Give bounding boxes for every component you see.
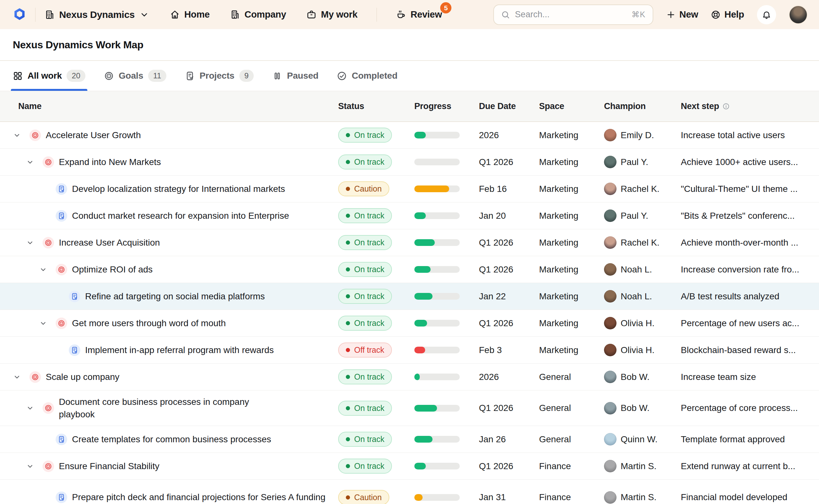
status-badge[interactable]: On track (338, 401, 392, 416)
table-row[interactable]: Conduct market research for expansion in… (0, 202, 819, 229)
next-step: Blockchain-based reward s... (681, 345, 819, 355)
status-badge[interactable]: On track (338, 128, 392, 143)
notifications-button[interactable] (757, 5, 776, 24)
table-row[interactable]: Scale up company On track 2026 General B… (0, 363, 819, 390)
row-name[interactable]: Refine ad targeting on social media plat… (85, 290, 265, 303)
help-button[interactable]: Help (711, 9, 744, 20)
chevron-down-icon[interactable] (39, 319, 47, 327)
table-row[interactable]: Document core business processes in comp… (0, 390, 819, 426)
table-row[interactable]: Create templates for common business pro… (0, 426, 819, 453)
chevron-down-icon[interactable] (13, 373, 21, 381)
champion-name: Bob W. (621, 372, 650, 382)
nav-company[interactable]: Company (230, 9, 286, 20)
search-box[interactable]: ⌘K (493, 4, 653, 25)
chevron-down-icon[interactable] (26, 239, 34, 247)
row-name[interactable]: Create templates for common business pro… (72, 433, 271, 445)
nav-home[interactable]: Home (170, 9, 209, 20)
plus-icon (666, 10, 676, 20)
row-name[interactable]: Increase User Acquisition (59, 236, 160, 249)
column-header-next-step[interactable]: Next step (681, 101, 819, 111)
row-name[interactable]: Accelerate User Growth (46, 129, 141, 141)
row-name[interactable]: Prepare pitch deck and financial project… (72, 491, 325, 503)
new-button[interactable]: New (666, 9, 698, 20)
avatar (604, 209, 617, 222)
due-date: Jan 26 (479, 434, 539, 445)
status-label: Caution (354, 493, 382, 502)
column-header-space[interactable]: Space (539, 101, 604, 111)
status-badge[interactable]: Caution (338, 181, 389, 196)
row-name-cell: Expand into New Markets (0, 156, 338, 168)
row-name[interactable]: Scale up company (46, 371, 119, 383)
chevron-down-icon[interactable] (26, 404, 34, 412)
chevron-down-icon[interactable] (26, 158, 34, 166)
table-row[interactable]: Refine ad targeting on social media plat… (0, 283, 819, 310)
space: Marketing (539, 157, 604, 167)
view-tabs: All work 20 Goals 11 Projects 9 Paused C… (0, 61, 819, 91)
chevron-down-icon[interactable] (26, 462, 34, 470)
row-name[interactable]: Implement in-app referral program with r… (85, 344, 274, 356)
title-bar: Nexus Dynamics Work Map (0, 29, 819, 61)
status-badge[interactable]: On track (338, 432, 392, 447)
chevron-down-icon[interactable] (39, 265, 47, 274)
column-header-status[interactable]: Status (338, 101, 414, 111)
chevron-down-icon[interactable] (13, 131, 21, 139)
row-name[interactable]: Document core business processes in comp… (59, 396, 283, 421)
row-status-cell: Caution (338, 181, 414, 196)
row-name[interactable]: Conduct market research for expansion in… (72, 209, 289, 222)
table-row[interactable]: Implement in-app referral program with r… (0, 336, 819, 363)
champion-name: Quinn W. (621, 434, 658, 445)
avatar (604, 371, 617, 383)
row-name[interactable]: Expand into New Markets (59, 156, 161, 168)
status-label: On track (354, 435, 384, 444)
row-name[interactable]: Develop localization strategy for Intern… (72, 183, 285, 195)
status-badge[interactable]: On track (338, 369, 392, 384)
row-name-cell: Scale up company (0, 371, 338, 383)
status-badge[interactable]: On track (338, 316, 392, 331)
status-badge[interactable]: Off track (338, 343, 392, 358)
table-row[interactable]: Get more users through word of mouth On … (0, 310, 819, 336)
status-badge[interactable]: On track (338, 208, 392, 223)
app-logo-icon[interactable] (13, 7, 26, 22)
status-dot (346, 375, 350, 379)
table-row[interactable]: Develop localization strategy for Intern… (0, 175, 819, 202)
status-badge[interactable]: On track (338, 459, 392, 474)
table-row[interactable]: Accelerate User Growth On track 2026 Mar… (0, 122, 819, 148)
user-avatar[interactable] (789, 5, 807, 24)
tab-completed[interactable]: Completed (337, 61, 397, 91)
column-header-due-date[interactable]: Due Date (479, 101, 539, 111)
progress-fill (414, 374, 420, 380)
help-button-label: Help (724, 9, 744, 20)
status-badge[interactable]: Caution (338, 490, 389, 504)
status-badge[interactable]: On track (338, 262, 392, 277)
nav-review[interactable]: Review 5 (396, 9, 442, 20)
status-badge[interactable]: On track (338, 235, 392, 250)
champion-name: Rachel K. (621, 184, 659, 194)
row-status-cell: Off track (338, 343, 414, 358)
tab-paused[interactable]: Paused (272, 61, 318, 91)
tab-goals[interactable]: Goals 11 (104, 61, 166, 91)
search-input[interactable] (515, 9, 627, 20)
table-row[interactable]: Increase User Acquisition On track Q1 20… (0, 229, 819, 256)
avatar (604, 183, 617, 195)
tab-projects[interactable]: Projects 9 (185, 61, 254, 91)
row-name[interactable]: Optimize ROI of ads (72, 263, 153, 276)
row-name[interactable]: Ensure Financial Stability (59, 460, 159, 472)
table-body: Accelerate User Growth On track 2026 Mar… (0, 122, 819, 504)
workspace-switcher[interactable]: Nexus Dynamics (44, 9, 149, 20)
nav-my-work[interactable]: My work (306, 9, 357, 20)
table-row[interactable]: Optimize ROI of ads On track Q1 2026 Mar… (0, 256, 819, 283)
avatar (604, 402, 617, 414)
column-header-name[interactable]: Name (0, 101, 338, 111)
status-badge[interactable]: On track (338, 289, 392, 304)
space: Marketing (539, 184, 604, 194)
row-name[interactable]: Get more users through word of mouth (72, 317, 226, 329)
table-row[interactable]: Expand into New Markets On track Q1 2026… (0, 148, 819, 175)
tab-all-work[interactable]: All work 20 (13, 61, 85, 91)
row-name-cell: Develop localization strategy for Intern… (0, 183, 338, 195)
champion-cell: Bob W. (604, 371, 681, 383)
table-row[interactable]: Ensure Financial Stability On track Q1 2… (0, 453, 819, 479)
column-header-progress[interactable]: Progress (414, 101, 479, 111)
column-header-champion[interactable]: Champion (604, 101, 681, 111)
table-row[interactable]: Prepare pitch deck and financial project… (0, 479, 819, 504)
status-badge[interactable]: On track (338, 154, 392, 169)
